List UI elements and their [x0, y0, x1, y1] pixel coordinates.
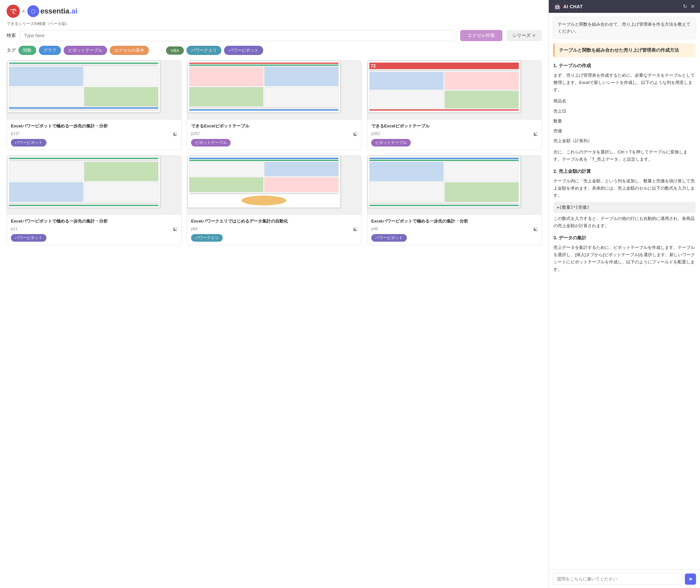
card-1[interactable]: Excelパワーピボットで極める一歩先の集計・分析 p137 ⬕ パワーピボット — [7, 60, 181, 150]
card-1-ext-icon[interactable]: ⬕ — [173, 131, 177, 136]
tag-power-query[interactable]: パワークエリ — [186, 46, 221, 55]
card-grid: Excelパワーピボットで極める一歩先の集計・分析 p137 ⬕ パワーピボット — [7, 60, 542, 245]
search-label: 検索 — [7, 33, 16, 39]
card-3-tag[interactable]: ピボットテーブル — [371, 139, 411, 147]
tags-label: タグ — [7, 47, 16, 53]
tag-excel-basics[interactable]: エクセルの基本 — [110, 46, 149, 55]
search-input[interactable] — [20, 30, 456, 41]
logo-separator: × — [22, 8, 25, 15]
card-4-thumbnail — [7, 156, 181, 215]
card-5-thumbnail — [187, 156, 362, 215]
chat-title: AI CHAT — [563, 4, 583, 9]
card-1-thumbnail — [7, 61, 181, 120]
refresh-button[interactable]: ↻ — [683, 3, 687, 10]
essentia-logo: ⬡ essentia.ai — [27, 5, 78, 17]
series-button[interactable]: シリーズ ∨ — [506, 30, 542, 41]
chat-header: 🤖 AI CHAT ↻ ✕ — [549, 0, 700, 13]
ai-icon: 🤖 — [554, 3, 561, 10]
excel-filter-button[interactable]: エクセル特集 — [460, 30, 502, 41]
list-item-3: 数量 — [553, 116, 695, 126]
card-2-title: できるExcelピボットテーブル — [191, 123, 358, 129]
card-5-title: Excelパワークエリではじめるデータ集計の自動化 — [191, 218, 358, 224]
card-5-ext-icon[interactable]: ⬕ — [353, 226, 358, 231]
section-1-extra: 次に、これらのデータを選択し、Ctrl + Tを押してテーブルに変換します。テー… — [553, 148, 695, 163]
card-5-page: p64 — [191, 227, 198, 231]
card-5-tag[interactable]: パワークエリ — [191, 234, 223, 242]
card-4-title: Excelパワーピボットで極める一歩先の集計・分析 — [11, 218, 177, 224]
chat-header-left: 🤖 AI CHAT — [554, 3, 583, 10]
essentia-text: essentia.ai — [40, 7, 78, 15]
section-2-title: 2. 売上金額の計算 — [553, 168, 695, 175]
card-6[interactable]: Excelパワーピボットで極める一歩先の集計・分析 p46 ⬕ パワーピボット — [367, 155, 542, 245]
card-6-title: Excelパワーピボットで極める一歩先の集計・分析 — [371, 218, 538, 224]
card-6-ext-icon[interactable]: ⬕ — [533, 226, 538, 231]
tags-row: タグ 関数 グラフ ピボットテーブル エクセルの基本 タグ VBA パワークエリ… — [7, 46, 542, 55]
card-3-thumbnail: 72 — [367, 61, 542, 120]
section-3-content: 売上データを集計するために、ピボットテーブルを作成します。テーブルを選択し、[挿… — [553, 244, 695, 273]
card-2[interactable]: できるExcelピボットテーブル p257 ⬕ ピボットテーブル — [187, 60, 362, 150]
chat-answer: テーブルと関数を組み合わせた売り上げ管理表の作成方法 1. テーブルの作成 まず… — [549, 43, 700, 570]
list-item-2: 売上日 — [553, 106, 695, 116]
card-3-ext-icon[interactable]: ⬕ — [533, 131, 538, 136]
tag-power-pivot[interactable]: パワーピボット — [224, 46, 263, 55]
chat-input-row: ➤ — [549, 570, 700, 588]
section-1-content: まず、売り上げ管理表を作成するために、必要なデータをテーブルとして整理します。E… — [553, 72, 695, 94]
card-4[interactable]: Excelパワーピボットで極める一歩先の集計・分析 p11 ⬕ パワーピボット — [7, 155, 181, 245]
card-2-thumbnail — [187, 61, 362, 120]
card-3[interactable]: 72 できるExcelピボットテーブル p262 ⬕ — [367, 60, 542, 150]
list-item-5: 売上金額（計算列） — [553, 136, 695, 146]
search-input-wrap[interactable] — [20, 30, 456, 41]
tag-pivot-table[interactable]: ピボットテーブル — [64, 46, 107, 55]
card-2-page: p257 — [191, 131, 200, 136]
card-4-ext-icon[interactable]: ⬕ — [173, 226, 177, 231]
section-2-content: テーブル内に「売上金額」という列を追加し、数量と売価を掛け算して売上金額を求めま… — [553, 177, 695, 199]
tag-graph[interactable]: グラフ — [39, 46, 61, 55]
card-5[interactable]: Excelパワークエリではじめるデータ集計の自動化 p64 ⬕ パワークエリ — [187, 155, 362, 245]
card-1-tag[interactable]: パワーピボット — [11, 139, 46, 147]
chat-question: テーブルと関数を組み合わせて、売り上げ管理表を作る方法を教えてください。 — [553, 17, 696, 39]
formula: =[数量]*[売価] — [553, 202, 695, 213]
card-3-page: p262 — [371, 131, 380, 136]
header: で × ⬡ essentia.ai — [7, 0, 542, 20]
section-3-title: 3. データの集計 — [553, 234, 695, 242]
card-1-page: p137 — [11, 131, 20, 136]
chat-input[interactable] — [553, 573, 682, 585]
list-item-4: 売価 — [553, 126, 695, 136]
card-6-thumbnail — [367, 156, 542, 215]
card-4-tag[interactable]: パワーピボット — [11, 234, 46, 242]
search-row: 検索 エクセル特集 シリーズ ∨ — [7, 30, 542, 41]
right-panel: 🤖 AI CHAT ↻ ✕ テーブルと関数を組み合わせて、売り上げ管理表を作る方… — [549, 0, 700, 588]
answer-title: テーブルと関数を組み合わせた売り上げ管理表の作成方法 — [553, 43, 695, 58]
tag-kansuu[interactable]: 関数 — [18, 46, 36, 55]
tag-vba[interactable]: VBA — [166, 46, 184, 55]
card-4-page: p11 — [11, 227, 17, 231]
subtitle: できるシリーズAI検索（ベータ版） — [7, 20, 542, 30]
close-button[interactable]: ✕ — [690, 3, 695, 10]
card-3-title: できるExcelピボットテーブル — [371, 123, 538, 129]
left-panel: で × ⬡ essentia.ai できるシリーズAI検索（ベータ版） 検索 エ… — [0, 0, 549, 588]
section-2-extra: この数式を入力すると、テーブルの他の行にも自動的に適用され、各商品の売上金額が計… — [553, 215, 695, 229]
essentia-icon: ⬡ — [27, 5, 39, 17]
card-6-tag[interactable]: パワーピボット — [371, 234, 407, 242]
logo-area: で × ⬡ essentia.ai — [7, 5, 77, 18]
section-1-list: 商品名 売上日 数量 売価 売上金額（計算列） — [553, 96, 695, 146]
section-1-title: 1. テーブルの作成 — [553, 62, 695, 70]
card-2-tag[interactable]: ピボットテーブル — [191, 139, 230, 147]
card-6-page: p46 — [371, 227, 378, 231]
card-1-title: Excelパワーピボットで極める一歩先の集計・分析 — [11, 123, 177, 129]
dekiru-logo: で — [7, 5, 20, 18]
card-2-ext-icon[interactable]: ⬕ — [353, 131, 358, 136]
send-button[interactable]: ➤ — [685, 574, 696, 585]
chat-header-right: ↻ ✕ — [683, 3, 695, 10]
list-item-1: 商品名 — [553, 96, 695, 106]
